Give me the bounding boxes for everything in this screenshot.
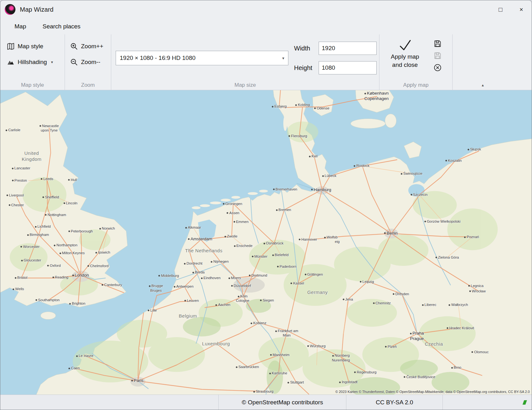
map-size-preset-combobox[interactable]: 1920 × 1080 - 16:9 HD 1080 ▾: [116, 51, 288, 65]
map-label: Hamburg: [311, 187, 332, 192]
status-icon-panel: [442, 395, 532, 410]
map-label: Berlin: [384, 231, 398, 236]
city-dot: [27, 234, 29, 236]
map-label: Dordrecht: [184, 261, 203, 266]
hillshading-button[interactable]: Hillshading ▾: [7, 55, 65, 69]
map-label: Paderborn: [277, 264, 297, 269]
city-dot: [360, 281, 361, 283]
map-label: Milton Keynes: [59, 251, 84, 255]
map-label: Świnoujście: [401, 171, 423, 176]
map-label: Kassel: [291, 281, 304, 285]
apply-map-and-close-button[interactable]: Apply map and close: [382, 38, 428, 82]
city-dot: [263, 243, 265, 244]
map-label: London: [72, 272, 89, 278]
city-dot: [469, 290, 471, 292]
city-dot: [7, 195, 8, 196]
map-label: Amsterdam: [188, 236, 212, 242]
map-label: Nijmegen: [211, 259, 229, 264]
city-dot: [424, 221, 426, 222]
city-dot: [193, 272, 194, 273]
menu-search-places[interactable]: Search places: [43, 23, 80, 30]
city-dot: [393, 293, 395, 295]
city-dot: [63, 202, 65, 204]
menu-bar: Map Search places: [0, 19, 532, 34]
map-label: Brno: [451, 365, 461, 370]
city-dot: [88, 265, 89, 267]
city-dot: [307, 345, 309, 347]
map-label: København Copenhagen: [364, 91, 389, 102]
map-label: Aachen: [216, 302, 230, 307]
width-input[interactable]: [319, 42, 377, 55]
city-dot: [447, 327, 448, 329]
save-as-button: [433, 51, 442, 60]
city-dot: [311, 189, 313, 190]
city-dot: [231, 285, 233, 287]
map-label: Lincoln: [63, 201, 77, 205]
city-dot: [149, 285, 150, 287]
city-dot: [184, 263, 186, 264]
map-label: Odense: [314, 106, 329, 110]
zoom-in-icon: [70, 42, 78, 50]
map-label: Brighton: [69, 301, 85, 306]
apply-check-icon: [397, 38, 413, 52]
map-label: Antwerpen: [174, 284, 194, 289]
status-spacer: [0, 395, 218, 410]
group-apply-map: Apply map and close Apply map: [379, 34, 453, 90]
maximize-button[interactable]: □: [490, 0, 511, 19]
city-dot: [13, 288, 14, 290]
city-dot: [159, 275, 160, 277]
map-label: Lille: [148, 308, 157, 313]
close-button[interactable]: ×: [511, 0, 532, 19]
city-dot: [224, 236, 226, 237]
map-label: Leuven: [184, 298, 199, 303]
combo-chevron-down-icon: ▾: [282, 56, 284, 61]
map-viewport[interactable]: CarlisleNewcastle upon TyneUnited Kingdo…: [0, 90, 532, 395]
status-indicator-icon[interactable]: [522, 400, 528, 405]
city-dot: [68, 231, 70, 232]
height-input[interactable]: [319, 61, 377, 74]
map-label: Nürnberg Nuremberg: [332, 353, 350, 362]
map-labels-layer: CarlisleNewcastle upon TyneUnited Kingdo…: [0, 90, 532, 395]
map-label: Carlisle: [6, 128, 20, 132]
map-label: České Budějovice: [404, 375, 435, 379]
map-label: Olomouc: [471, 350, 489, 354]
title-bar[interactable]: Map Wizard □ ×: [0, 0, 532, 19]
map-label: Gorzów Wielkopolski: [424, 219, 460, 224]
map-size-preset-value: 1920 × 1080 - 16:9 HD 1080: [120, 55, 195, 62]
map-label: Chemnitz: [373, 301, 391, 305]
map-label: Newcastle upon Tyne: [40, 123, 59, 132]
save-button[interactable]: [433, 39, 442, 48]
city-dot: [68, 179, 70, 181]
city-dot: [404, 376, 405, 378]
collapse-ribbon-icon[interactable]: ▴: [482, 83, 484, 87]
map-style-button[interactable]: Map style: [7, 39, 65, 53]
map-label: Peterborough: [68, 229, 93, 233]
city-dot: [95, 252, 97, 254]
map-label: eig: [335, 239, 339, 243]
map-label: Eindhoven: [201, 276, 220, 280]
city-dot: [69, 303, 71, 305]
city-dot: [411, 194, 412, 196]
group-caption-zoom: Zoom: [65, 82, 111, 88]
city-dot: [211, 261, 212, 263]
menu-map[interactable]: Map: [14, 23, 26, 30]
map-label: Karlsruhe: [269, 371, 287, 375]
zoom-in-button[interactable]: Zoom++: [70, 39, 111, 53]
map-label: Southampton: [36, 298, 60, 302]
city-dot: [234, 221, 235, 223]
city-dot: [277, 266, 279, 267]
map-label: Leipzig: [360, 279, 374, 284]
cancel-button[interactable]: [433, 63, 442, 72]
map-label: Zwolle: [224, 234, 237, 238]
map-label: Wolfsb: [324, 235, 338, 239]
map-attribution: © 2023 Karten © Thunderforest, Daten © O…: [335, 390, 530, 394]
cancel-icon: [433, 63, 442, 72]
city-dot: [289, 135, 290, 137]
zoom-out-label: Zoom--: [81, 59, 100, 66]
map-label: Göttingen: [305, 272, 323, 277]
map-label: Nottingham: [45, 212, 66, 217]
city-dot: [451, 367, 453, 368]
city-dot: [468, 285, 470, 287]
zoom-out-button[interactable]: Zoom--: [70, 55, 111, 69]
map-wizard-window: Map Wizard □ × Map Search places Map sty…: [0, 0, 532, 410]
